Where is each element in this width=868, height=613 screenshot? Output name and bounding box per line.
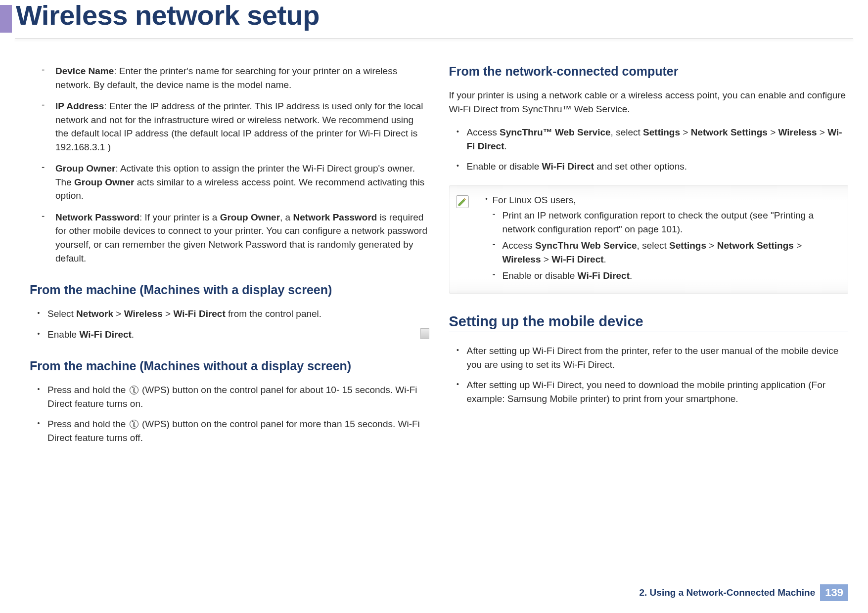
dash-marker: -	[493, 209, 503, 236]
note-text: Print an IP network configuration report…	[503, 209, 839, 236]
list-item: - IP Address: Enter the IP address of th…	[30, 99, 429, 154]
list-item: • Enable Wi-Fi Direct.	[30, 328, 429, 342]
list-item: • After setting up Wi-Fi Direct from the…	[449, 344, 849, 371]
wps-icon	[130, 386, 138, 394]
list-item: • Access SyncThru™ Web Service, select S…	[449, 126, 849, 153]
note-box: • For Linux OS users, - Print an IP netw…	[449, 185, 849, 294]
note-dash-item: - Access SyncThru Web Service, select Se…	[481, 239, 839, 266]
accent-block	[0, 5, 12, 33]
list-item: - Network Password: If your printer is a…	[30, 211, 429, 265]
wps-icon	[130, 420, 138, 429]
column-right: From the network-connected computer If y…	[449, 64, 849, 451]
dash-marker: -	[42, 64, 55, 91]
section-heading-display: From the machine (Machines with a displa…	[30, 283, 429, 297]
footer: 2. Using a Network-Connected Machine 139	[639, 584, 848, 601]
bullet-marker: •	[449, 160, 467, 174]
list-item: - Device Name: Enter the printer's name …	[30, 64, 429, 91]
dash-marker: -	[42, 211, 55, 265]
dash-marker: -	[493, 269, 503, 283]
bullet-marker: •	[449, 126, 467, 153]
note-body: • For Linux OS users, - Print an IP netw…	[457, 193, 839, 283]
page-number-badge: 139	[820, 584, 848, 601]
list-item: • After setting up Wi-Fi Direct, you nee…	[449, 378, 849, 405]
note-text: For Linux OS users,	[493, 193, 839, 207]
list-item-text: Access SyncThru™ Web Service, select Set…	[467, 126, 849, 153]
section-underline	[449, 332, 849, 332]
header: Wireless network setup	[0, 0, 868, 40]
list-item-text: Select Network > Wireless > Wi-Fi Direct…	[47, 307, 429, 321]
bullet-marker: •	[481, 193, 493, 207]
list-item-text: Network Password: If your printer is a G…	[55, 211, 429, 265]
bullet-marker: •	[30, 328, 47, 342]
bullet-marker: •	[30, 307, 47, 321]
footer-chapter: 2. Using a Network-Connected Machine	[639, 587, 815, 598]
section-heading-nodisplay: From the machine (Machines without a dis…	[30, 359, 429, 373]
list-item-text: Group Owner: Activate this option to ass…	[55, 162, 429, 203]
list-item: - Group Owner: Activate this option to a…	[30, 162, 429, 203]
section-heading-mobile: Setting up the mobile device	[449, 313, 849, 330]
note-dash-item: - Enable or disable Wi-Fi Direct.	[481, 269, 839, 283]
note-dash-item: - Print an IP network configuration repo…	[481, 209, 839, 236]
intro-paragraph: If your printer is using a network cable…	[449, 88, 849, 116]
list-item: • Press and hold the (WPS) button on the…	[30, 417, 429, 444]
list-item-text: After setting up Wi-Fi Direct from the p…	[467, 344, 849, 371]
note-text: Access SyncThru Web Service, select Sett…	[503, 239, 839, 266]
list-item-text: Press and hold the (WPS) button on the c…	[47, 417, 429, 444]
note-text: Enable or disable Wi-Fi Direct.	[503, 269, 839, 283]
pencil-note-icon	[456, 195, 469, 208]
scroll-indicator	[420, 328, 429, 339]
list-item: • Enable or disable Wi-Fi Direct and set…	[449, 160, 849, 174]
list-item-text: Enable or disable Wi-Fi Direct and set o…	[467, 160, 849, 174]
list-item-text: After setting up Wi-Fi Direct, you need …	[467, 378, 849, 405]
section-heading-network-computer: From the network-connected computer	[449, 64, 849, 79]
bullet-marker: •	[30, 383, 47, 410]
bullet-marker: •	[449, 344, 467, 371]
header-divider	[15, 39, 853, 39]
dash-marker: -	[42, 99, 55, 154]
content-columns: - Device Name: Enter the printer's name …	[0, 64, 868, 451]
list-item-text: Enable Wi-Fi Direct.	[47, 328, 429, 342]
list-item-text: Press and hold the (WPS) button on the c…	[47, 383, 429, 410]
bullet-marker: •	[449, 378, 467, 405]
dash-marker: -	[42, 162, 55, 203]
list-item-text: IP Address: Enter the IP address of the …	[55, 99, 429, 154]
dash-marker: -	[493, 239, 503, 266]
page-title: Wireless network setup	[16, 0, 320, 31]
column-left: - Device Name: Enter the printer's name …	[30, 64, 429, 451]
list-item: • Select Network > Wireless > Wi-Fi Dire…	[30, 307, 429, 321]
note-bullet: • For Linux OS users,	[481, 193, 839, 207]
list-item-text: Device Name: Enter the printer's name fo…	[55, 64, 429, 91]
bullet-marker: •	[30, 417, 47, 444]
list-item: • Press and hold the (WPS) button on the…	[30, 383, 429, 410]
